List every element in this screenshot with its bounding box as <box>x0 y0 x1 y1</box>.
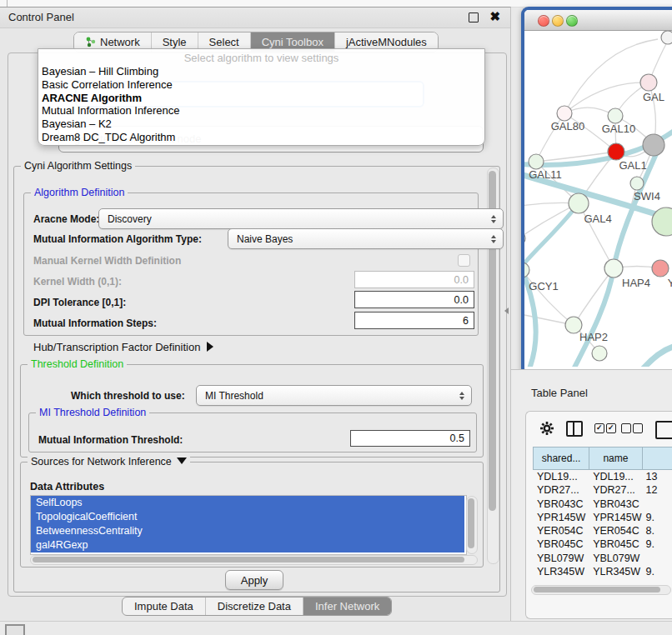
column-header-shared[interactable]: shared... <box>533 448 589 469</box>
hub-definition-toggle[interactable]: Hub/Transcription Factor Definition <box>33 341 213 353</box>
algorithm-option-bayesian-hill-climbing[interactable]: Bayesian – Hill Climbing <box>42 65 481 78</box>
node-gcy1[interactable] <box>524 262 529 278</box>
table-cell: YLR345W <box>589 565 641 578</box>
table-row[interactable]: YBR043CYBR043C <box>533 498 672 511</box>
sources-group-title: Sources for Network Inference <box>28 456 190 468</box>
mi-threshold-label: Mutual Information Threshold: <box>38 434 183 446</box>
node-y[interactable] <box>652 260 669 277</box>
minimize-traffic-light-icon[interactable] <box>552 15 564 27</box>
apply-button[interactable]: Apply <box>225 570 283 590</box>
node-hap4[interactable] <box>604 259 623 278</box>
new-table-icon[interactable] <box>655 421 672 439</box>
table-row[interactable]: YBL079WYBL079W <box>533 552 672 565</box>
table-cell: YPR145W <box>589 511 641 524</box>
algorithm-option-dream8-dc-tdc-algorithm[interactable]: Dream8 DC_TDC Algorithm <box>42 131 481 144</box>
node-gal11-label: GAL11 <box>529 168 562 181</box>
select-all-checkboxes-icon[interactable]: ✓ ✓ <box>594 423 616 433</box>
network-edge-highlighted[interactable] <box>524 203 579 270</box>
bottom-tab-bar: Impute DataDiscretize DataInfer Network <box>122 597 392 616</box>
algorithm-definition-title: Algorithm Definition <box>31 187 128 198</box>
network-view-window: GALGAL80GAL10GAL1GAL11SWI4GAL4GCY1HAP4YH… <box>521 7 672 376</box>
float-panel-icon[interactable] <box>469 12 479 22</box>
network-edge-highlighted[interactable] <box>641 346 672 367</box>
node-swi4[interactable] <box>630 177 644 190</box>
table-row[interactable]: YER054CYER054C8. <box>533 524 672 538</box>
node-table[interactable]: shared...name YDL19...YDL19...13YDR27...… <box>533 447 672 578</box>
attribute-item-gal4rgexp[interactable]: gal4RGexp <box>31 538 464 552</box>
table-row[interactable]: YBR045CYBR045C9. <box>533 538 672 551</box>
minimized-panel-button[interactable] <box>5 624 25 635</box>
manual-kernel-width-checkbox[interactable] <box>458 254 470 267</box>
node-gal10[interactable] <box>608 108 623 123</box>
kernel-width-input[interactable] <box>354 271 474 288</box>
table-cell: YBL079W <box>589 552 641 565</box>
mi-threshold-input[interactable] <box>350 430 470 447</box>
spinner-arrows-icon <box>491 235 496 243</box>
apply-button-label: Apply <box>241 574 268 587</box>
dpi-tolerance-input[interactable] <box>354 291 474 308</box>
table-cell: YBR045C <box>533 538 589 551</box>
node-top[interactable] <box>661 31 672 44</box>
data-attributes-list[interactable]: SelfLoopsTopologicalCoefficientBetweenne… <box>30 495 467 555</box>
column-header-cut[interactable] <box>642 448 672 469</box>
attribute-item-topologicalcoefficient[interactable]: TopologicalCoefficient <box>31 510 464 524</box>
columns-icon[interactable] <box>566 421 583 437</box>
node-gal11[interactable] <box>529 154 544 169</box>
bottom-tab-impute-data[interactable]: Impute Data <box>123 598 206 615</box>
algorithm-option-basic-correlation-inference[interactable]: Basic Correlation Inference <box>42 78 481 92</box>
which-threshold-combobox[interactable]: MI Threshold <box>196 385 472 406</box>
algorithm-option-bayesian-k2[interactable]: Bayesian – K2 <box>42 118 481 131</box>
cyni-algorithm-settings-title: Cyni Algorithm Settings <box>21 160 135 172</box>
network-graph: GALGAL80GAL10GAL1GAL11SWI4GAL4GCY1HAP4YH… <box>524 31 672 367</box>
bottom-tab-discretize-data[interactable]: Discretize Data <box>206 598 303 615</box>
node-gal1[interactable] <box>608 143 624 160</box>
mi-algorithm-type-combobox[interactable]: Naive Bayes <box>228 228 504 249</box>
close-traffic-light-icon[interactable] <box>538 15 549 27</box>
table-cell: YDR27... <box>589 483 641 497</box>
node-gal10-label: GAL10 <box>602 122 635 135</box>
algorithm-option-aracne-algorithm[interactable]: ARACNE Algorithm <box>42 92 481 105</box>
which-threshold-value: MI Threshold <box>205 390 263 402</box>
table-row[interactable]: YDL19...YDL19...13 <box>533 470 672 483</box>
table-hscrollbar-thumb[interactable] <box>534 587 660 592</box>
node-gal[interactable] <box>640 74 657 91</box>
attributes-hscrollbar[interactable] <box>30 555 478 565</box>
network-canvas[interactable]: GALGAL80GAL10GAL1GAL11SWI4GAL4GCY1HAP4YH… <box>524 31 672 367</box>
node-hap2-label: HAP2 <box>579 331 608 343</box>
tab-label: Select <box>209 36 239 48</box>
zoom-traffic-light-icon[interactable] <box>566 15 578 27</box>
table-row[interactable]: YLR345WYLR345W9. <box>533 565 672 578</box>
sash-collapse-icon[interactable] <box>504 308 509 314</box>
table-hscrollbar[interactable] <box>531 585 671 595</box>
attributes-hscrollbar-thumb[interactable] <box>33 557 464 562</box>
attribute-item-selfloops[interactable]: SelfLoops <box>31 496 464 510</box>
node-gal4[interactable] <box>569 193 589 213</box>
gear-icon[interactable] <box>539 421 554 436</box>
network-window-titlebar <box>524 10 672 31</box>
node-gray[interactable] <box>643 134 664 156</box>
node-gcy1-label: GCY1 <box>529 280 558 292</box>
node-gal80[interactable] <box>557 106 572 121</box>
column-header-name[interactable]: name <box>589 448 641 469</box>
screen: Control Panel ✖ NetworkStyleSelectCyni T… <box>0 0 672 635</box>
bottom-tab-infer-network[interactable]: Infer Network <box>303 598 391 615</box>
attributes-vscrollbar-thumb[interactable] <box>468 498 474 548</box>
table-cell: YDR27... <box>533 483 589 497</box>
mi-steps-input[interactable] <box>354 312 474 329</box>
close-icon[interactable]: ✖ <box>489 9 500 24</box>
spinner-arrows-icon <box>459 392 464 400</box>
algorithm-option-mutual-information-inference[interactable]: Mutual Information Inference <box>42 104 481 118</box>
attribute-item-betweennesscentrality[interactable]: BetweennessCentrality <box>31 524 464 538</box>
aracne-mode-combobox[interactable]: Discovery <box>98 208 504 229</box>
deselect-all-checkboxes-icon[interactable] <box>621 423 643 433</box>
bottom-status-strip <box>0 621 672 635</box>
table-row[interactable]: YPR145WYPR145W9. <box>533 511 672 524</box>
node-bottom[interactable] <box>592 346 607 361</box>
table-row[interactable]: YDR27...YDR27...12 <box>533 483 672 497</box>
table-cell: YDL19... <box>589 470 641 483</box>
attributes-vscrollbar[interactable] <box>466 496 478 554</box>
tab-label: Style <box>163 36 187 48</box>
table-cell: 9. <box>642 511 672 524</box>
tab-label: jActiveMNodules <box>346 36 427 48</box>
hub-definition-label: Hub/Transcription Factor Definition <box>33 341 200 353</box>
